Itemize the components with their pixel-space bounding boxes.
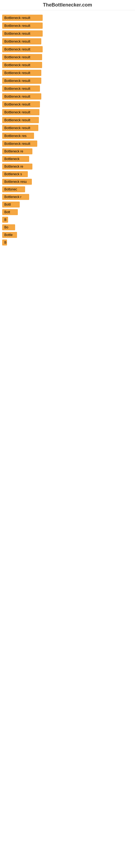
bottleneck-badge[interactable]: Bottleneck result: [2, 141, 37, 147]
list-item: Bottleneck result: [2, 109, 133, 115]
bottleneck-badge[interactable]: Bottleneck result: [2, 23, 43, 29]
bottleneck-badge[interactable]: Bottleneck result: [2, 46, 43, 52]
bottleneck-badge[interactable]: Bottleneck result: [2, 54, 42, 60]
list-item: Bottleneck result: [2, 93, 133, 99]
bottleneck-badge[interactable]: Bottleneck re: [2, 163, 32, 169]
bottleneck-badge[interactable]: Bottl: [2, 202, 20, 208]
list-item: Bottleneck result: [2, 125, 133, 131]
bottleneck-badge[interactable]: Bottleneck result: [2, 125, 38, 131]
bottleneck-badge[interactable]: Bottleneck result: [2, 30, 43, 37]
bottleneck-badge[interactable]: Bottleneck result: [2, 93, 41, 99]
list-item: Bottleneck res: [2, 133, 133, 139]
list-item: Bottleneck result: [2, 38, 133, 44]
list-item: Bottleneck result: [2, 23, 133, 29]
bottleneck-badge[interactable]: Bottleneck result: [2, 117, 39, 123]
list-item: Bottleneck s: [2, 171, 133, 177]
list-item: Bottle: [2, 232, 133, 238]
list-item: Bottleneck result: [2, 86, 133, 92]
list-item: B: [2, 240, 133, 246]
bottleneck-badge[interactable]: Bottleneck r: [2, 194, 29, 200]
list-item: Bottleneck result: [2, 101, 133, 107]
bottleneck-badge[interactable]: Bottleneck res: [2, 133, 34, 139]
list-item: B: [2, 217, 133, 223]
list-item: Bottleneck result: [2, 54, 133, 60]
list-item: Bottonec: [2, 186, 133, 192]
bottleneck-badge[interactable]: Bottleneck result: [2, 86, 40, 92]
bottleneck-badge[interactable]: Bottleneck result: [2, 78, 41, 84]
list-item: Bottleneck result: [2, 78, 133, 84]
page-title: TheBottlenecker.com: [0, 0, 135, 10]
bottleneck-badge[interactable]: Bottle: [2, 232, 17, 238]
bottom-spacer: [0, 250, 135, 412]
list-item: Bottleneck result: [2, 70, 133, 76]
list-item: Bo: [2, 224, 133, 230]
bottleneck-badge[interactable]: Bottleneck resu: [2, 179, 32, 185]
list-item: Bottleneck r: [2, 194, 133, 200]
list-item: Bottleneck result: [2, 141, 133, 147]
bottleneck-badge[interactable]: B: [2, 240, 7, 246]
bottleneck-badge[interactable]: Bottleneck result: [2, 38, 41, 44]
list-item: Bottleneck result: [2, 30, 133, 37]
bottleneck-badge[interactable]: Bottleneck: [2, 156, 29, 162]
bottleneck-badge[interactable]: Bottleneck re: [2, 148, 32, 154]
list-item: Bottleneck re: [2, 163, 133, 169]
list-item: Bottleneck re: [2, 148, 133, 154]
bottleneck-badge[interactable]: B: [2, 217, 8, 223]
list-item: Bottleneck result: [2, 62, 133, 68]
list-item: Bottleneck result: [2, 46, 133, 52]
bottleneck-badge[interactable]: Bo: [2, 224, 15, 230]
bottleneck-badge[interactable]: Bottleneck result: [2, 70, 41, 76]
bottleneck-badge[interactable]: Bott: [2, 209, 18, 215]
bottleneck-badge[interactable]: Bottleneck result: [2, 101, 40, 107]
list-item: Bottleneck result: [2, 117, 133, 123]
items-container: Bottleneck resultBottleneck resultBottle…: [0, 10, 135, 250]
bottleneck-badge[interactable]: Bottleneck result: [2, 62, 42, 68]
list-item: Bottl: [2, 202, 133, 208]
list-item: Bott: [2, 209, 133, 215]
list-item: Bottleneck resu: [2, 179, 133, 185]
bottleneck-badge[interactable]: Bottleneck s: [2, 171, 28, 177]
list-item: Bottleneck result: [2, 14, 133, 21]
list-item: Bottleneck: [2, 156, 133, 162]
bottleneck-badge[interactable]: Bottleneck result: [2, 14, 43, 21]
bottleneck-badge[interactable]: Bottleneck result: [2, 109, 39, 115]
bottleneck-badge[interactable]: Bottonec: [2, 186, 25, 192]
